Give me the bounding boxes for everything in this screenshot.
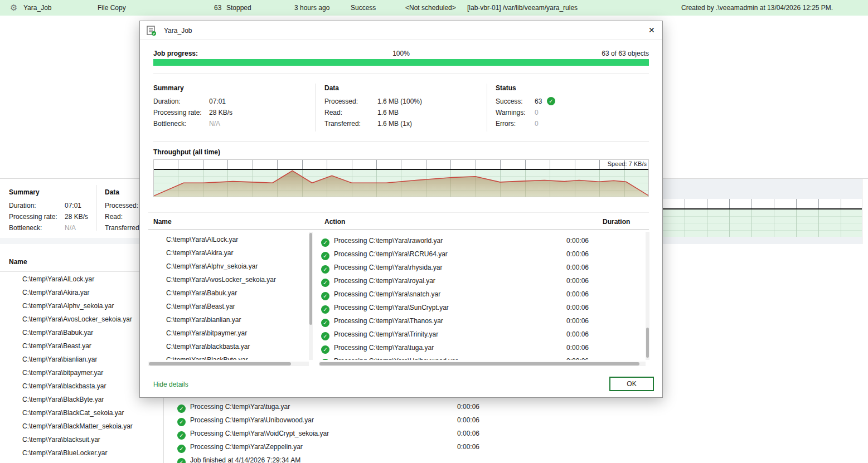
action-duration: 0:00:06	[566, 234, 589, 247]
action-duration: 0:00:06	[566, 247, 589, 261]
bg-data-title: Data	[105, 188, 119, 197]
action-list-panel: ✓Processing C:\temp\Yara\raworld.yar 0:0…	[319, 232, 646, 360]
name-row[interactable]: C:\temp\Yara\Akira.yar	[166, 246, 233, 260]
success-check-icon: ✓	[177, 445, 186, 453]
bg-name-row[interactable]: C:\temp\Yara\BlueLocker.yar	[22, 446, 108, 460]
success-check-icon: ✓	[177, 404, 186, 413]
job-objects-cell: 63	[214, 0, 221, 16]
action-row[interactable]: ✓Processing C:\temp\Yara\royal.yar 0:00:…	[321, 274, 644, 287]
status-label: Success:	[496, 97, 523, 106]
action-row[interactable]: ✓Processing C:\temp\Yara\Thanos.yar 0:00…	[321, 314, 644, 328]
throughput-series	[154, 170, 648, 197]
name-row[interactable]: C:\temp\Yara\Beast.yar	[166, 300, 235, 313]
titlebar-separator	[140, 39, 662, 40]
action-row[interactable]: ✓Processing C:\temp\Yara\tuga.yar 0:00:0…	[321, 341, 644, 354]
name-row[interactable]: C:\temp\Yara\bitpaymer.yar	[166, 326, 247, 340]
job-list-row[interactable]: ⚙ Yara_Job File Copy 63 Stopped 3 hours …	[0, 0, 868, 16]
bg-name-row[interactable]: C:\temp\Yara\AvosLocker_sekoia.yar	[22, 313, 132, 326]
bg-action-row[interactable]: ✓Processing C:\temp\Yara\VoidCrypt_sekoi…	[177, 427, 579, 440]
data-value: 1.6 MB	[377, 108, 399, 117]
success-check-icon: ✓	[547, 97, 555, 105]
success-check-icon: ✓	[321, 252, 329, 260]
scrollbar-thumb[interactable]	[646, 328, 649, 358]
summary-label: Duration:	[153, 97, 181, 106]
bg-action-row[interactable]: ✓Processing C:\temp\Yara\Unibovwood.yar …	[177, 413, 579, 427]
bg-action-row[interactable]: ✓Processing C:\temp\Yara\tuga.yar 0:00:0…	[177, 400, 579, 413]
scrollbar-thumb[interactable]	[149, 362, 291, 365]
action-column-header[interactable]: Action	[324, 217, 345, 226]
ok-button[interactable]: OK	[609, 377, 654, 391]
bg-name-row[interactable]: C:\temp\Yara\Beast.yar	[22, 339, 91, 353]
action-row[interactable]: ✓Processing C:\temp\Yara\SunCrypt.yar 0:…	[321, 301, 644, 314]
name-row[interactable]: C:\temp\Yara\bianlian.yar	[166, 313, 241, 326]
bg-name-row[interactable]: C:\temp\Yara\AlLock.yar	[22, 272, 94, 286]
bg-name-row[interactable]: C:\temp\Yara\blackbasta.yar	[22, 379, 106, 393]
dialog-title: Yara_Job	[164, 26, 192, 35]
bg-name-row[interactable]: C:\temp\Yara\Akira.yar	[22, 286, 89, 299]
name-row[interactable]: C:\temp\Yara\AlLock.yar	[166, 233, 238, 246]
action-list-vertical-scrollbar[interactable]	[646, 232, 649, 360]
summary-label: Processing rate:	[153, 108, 202, 117]
action-duration: 0:00:06	[566, 287, 589, 301]
hide-details-link[interactable]: Hide details	[153, 380, 188, 389]
name-row[interactable]: C:\temp\Yara\AvosLocker_sekoia.yar	[166, 273, 276, 286]
bg-name-row[interactable]: C:\temp\Yara\blacksuit.yar	[22, 433, 100, 446]
name-column-header[interactable]: Name	[153, 217, 172, 226]
separator	[153, 141, 649, 142]
job-stats-icon	[147, 26, 157, 36]
name-list-panel: C:\temp\Yara\AlLock.yar C:\temp\Yara\Aki…	[148, 232, 307, 360]
action-row[interactable]: ✓Processing C:\temp\Yara\Unibovwood.yar …	[321, 354, 644, 360]
action-row[interactable]: ✓Processing C:\temp\Yara\rhysida.yar 0:0…	[321, 261, 644, 274]
bg-summary-title: Summary	[9, 188, 40, 197]
data-label: Transferred:	[324, 119, 361, 128]
job-progress-objects: 63 of 63 objects	[526, 50, 649, 57]
bg-summary-label: Bottleneck:	[9, 223, 42, 232]
success-check-icon: ✓	[321, 345, 329, 354]
status-value: 0	[535, 108, 539, 117]
bg-summary-value: 28 KB/s	[65, 212, 88, 221]
bg-name-row[interactable]: C:\temp\Yara\Babuk.yar	[22, 326, 93, 339]
name-list-horizontal-scrollbar[interactable]	[148, 362, 309, 366]
action-duration: 0:00:06	[566, 301, 589, 314]
job-name-cell: Yara_Job	[23, 0, 51, 16]
bg-action-duration: 0:00:06	[457, 427, 479, 440]
data-label: Read:	[324, 108, 342, 117]
chart-plot-area	[154, 170, 648, 197]
name-row[interactable]: C:\temp\Yara\BlackByte.yar	[166, 353, 248, 360]
bg-data-label: Transferred:	[105, 223, 141, 232]
bg-name-row[interactable]: C:\temp\Yara\BlackMatter_sekoia.yar	[22, 420, 133, 433]
name-row[interactable]: C:\temp\Yara\Alphv_sekoia.yar	[166, 260, 258, 273]
action-row[interactable]: ✓Processing C:\temp\Yara\RCRU64.yar 0:00…	[321, 247, 644, 261]
duration-column-header[interactable]: Duration	[603, 217, 630, 226]
name-list-vertical-scrollbar[interactable]	[309, 232, 313, 360]
action-row[interactable]: ✓Processing C:\temp\Yara\snatch.yar 0:00…	[321, 287, 644, 301]
list-header-underline	[148, 229, 649, 230]
data-value: 1.6 MB (100%)	[377, 97, 422, 106]
bg-action-duration: 0:00:06	[457, 440, 479, 454]
action-row[interactable]: ✓Processing C:\temp\Yara\Trinity.yar 0:0…	[321, 328, 644, 341]
name-row[interactable]: C:\temp\Yara\blackbasta.yar	[166, 340, 250, 353]
bg-action-row[interactable]: ✓Processing C:\temp\Yara\Zeppelin.yar 0:…	[177, 440, 579, 454]
bg-name-row[interactable]: C:\temp\Yara\Alphv_sekoia.yar	[22, 299, 114, 313]
action-list-horizontal-scrollbar[interactable]	[319, 362, 646, 366]
name-row[interactable]: C:\temp\Yara\Babuk.yar	[166, 286, 237, 300]
chart-top-band: Speed: 7 KB/s	[154, 160, 648, 169]
scrollbar-thumb[interactable]	[309, 233, 312, 325]
status-label: Warnings:	[496, 108, 526, 117]
bg-name-row[interactable]: C:\temp\Yara\bianlian.yar	[22, 353, 98, 366]
action-row[interactable]: ✓Processing C:\temp\Yara\raworld.yar 0:0…	[321, 234, 644, 247]
bg-name-row[interactable]: C:\temp\Yara\BlackCat_sekoia.yar	[22, 406, 124, 420]
action-duration: 0:00:06	[566, 354, 589, 360]
bg-name-row[interactable]: C:\temp\Yara\bitpaymer.yar	[22, 366, 103, 379]
bg-summary-label: Duration:	[9, 201, 36, 210]
bg-name-row[interactable]: C:\temp\Yara\BlackByte.yar	[22, 393, 104, 406]
job-lastrun-cell: 3 hours ago	[294, 0, 329, 16]
success-check-icon: ✓	[177, 418, 186, 426]
bg-chart-plot-area	[663, 209, 862, 237]
bg-action-row[interactable]: ✓Job finished at 4/14/2026 7:29:34 AM	[177, 454, 579, 463]
job-description-cell: Created by .\veeamadmin at 13/04/2026 12…	[681, 0, 833, 16]
scrollbar-thumb[interactable]	[319, 362, 639, 365]
bg-section-band	[0, 238, 139, 244]
job-nextrun-cell: <Not scheduled>	[405, 0, 456, 16]
close-icon[interactable]: ✕	[648, 26, 655, 35]
